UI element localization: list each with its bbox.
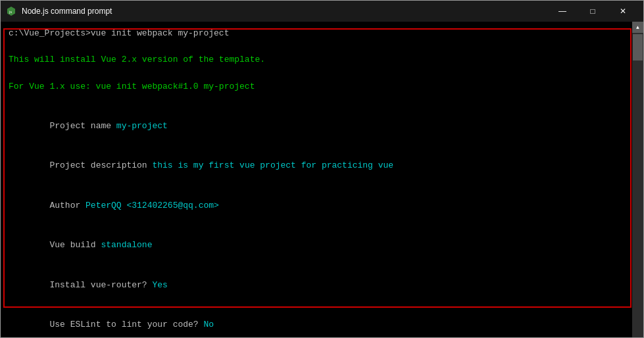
terminal-line-q1: Project name my-project [9,107,624,146]
q3-label: Author [49,201,86,210]
terminal-line-blank2 [9,66,624,80]
terminal-line-q6: Use ESLint to lint your code? No [9,305,624,337]
q1-label: Project name [49,121,116,131]
terminal-line-q4: Vue build standalone [9,226,624,265]
q3-value: PeterQQ <312402265@qq.com> [86,201,219,210]
q2-value: this is my first vue project for practic… [152,160,393,170]
minimize-button[interactable]: — [547,1,578,22]
scroll-up-button[interactable]: ▲ [632,22,643,33]
terminal-line-info2: For Vue 1.x use: vue init webpack#1.0 my… [9,80,624,93]
svg-text:js: js [9,10,12,14]
scroll-thumb[interactable] [633,34,643,60]
window-controls: — □ ✕ [547,1,638,22]
close-button[interactable]: ✕ [608,1,638,22]
terminal-line-blank3 [9,93,624,107]
q5-label: Install vue-router? [49,280,152,290]
nodejs-icon: js [6,6,16,16]
terminal-line-prompt1: c:\Vue_Projects>vue init webpack my-proj… [9,27,624,40]
terminal-line-q5: Install vue-router? Yes [9,266,624,305]
q6-label: Use ESLint to lint your code? [49,320,203,329]
terminal-content[interactable]: c:\Vue_Projects>vue init webpack my-proj… [1,22,632,337]
terminal-container: c:\Vue_Projects>vue init webpack my-proj… [1,22,643,337]
terminal-line-info1: This will install Vue 2.x version of the… [9,53,624,66]
terminal-line-q2: Project description this is my first vue… [9,146,624,185]
maximize-button[interactable]: □ [578,1,608,22]
q1-value: my-project [116,121,168,131]
q4-value: standalone [101,240,152,250]
scrollbar[interactable]: ▲ [632,22,643,337]
window: js Node.js command prompt — □ ✕ c:\Vue_P… [0,0,644,338]
q2-label: Project description [49,160,152,170]
q4-label: Vue build [49,240,101,250]
window-title: Node.js command prompt [22,7,112,16]
q6-value: No [203,320,214,329]
q5-value: Yes [152,280,167,290]
title-bar: js Node.js command prompt — □ ✕ [1,1,643,22]
title-bar-left: js Node.js command prompt [6,6,112,16]
terminal-line-blank1 [9,40,624,53]
terminal-line-q3: Author PeterQQ <312402265@qq.com> [9,186,624,226]
